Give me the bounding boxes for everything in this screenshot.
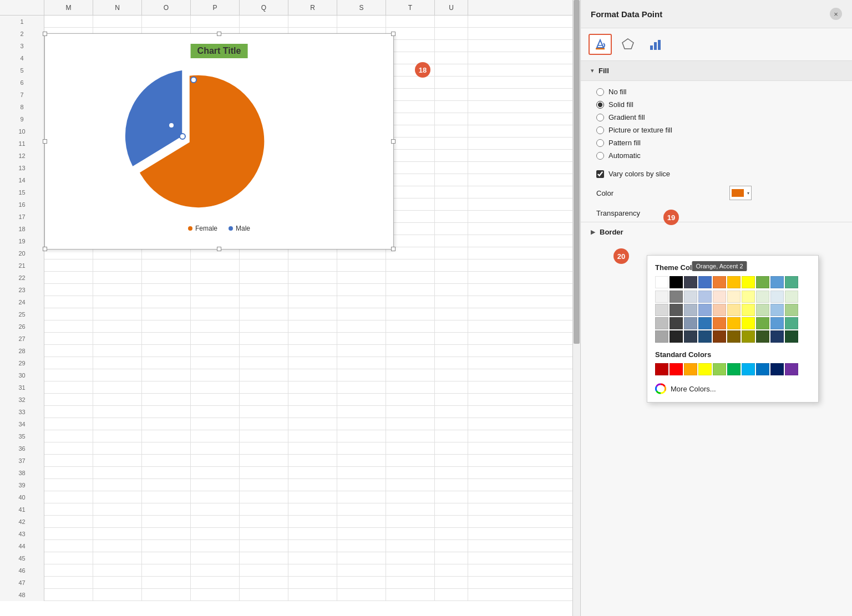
grid-cell[interactable] [240,259,288,272]
std-color-cyan[interactable] [742,363,755,375]
grid-cell[interactable] [288,552,337,564]
grid-cell[interactable] [44,308,93,320]
shade-cell[interactable] [713,291,726,303]
shade-cell[interactable] [698,317,712,329]
grid-cell[interactable] [142,528,191,540]
grid-cell[interactable] [337,577,386,589]
grid-cell[interactable] [337,259,386,272]
grid-cell[interactable] [337,455,386,467]
std-color-darkblue[interactable] [770,363,784,375]
grid-cell[interactable] [435,381,468,394]
grid-cell[interactable] [386,406,435,418]
grid-cell[interactable] [142,503,191,516]
shade-cell[interactable] [756,330,769,343]
grid-cell[interactable] [44,381,93,394]
shade-cell[interactable] [742,317,755,329]
shade-cell[interactable] [756,317,769,329]
grid-cell[interactable] [337,333,386,345]
vary-colors-row[interactable]: Vary colors by slice [581,166,852,181]
grid-cell[interactable] [435,540,468,552]
chart-title[interactable]: Chart Title [191,44,248,58]
grid-cell[interactable] [435,394,468,406]
grid-cell[interactable] [93,430,142,442]
grid-cell[interactable] [93,503,142,516]
shade-cell[interactable] [713,304,726,316]
grid-cell[interactable] [93,589,142,601]
grid-cell[interactable] [288,479,337,491]
grid-cell[interactable] [386,564,435,577]
grid-cell[interactable] [288,272,337,284]
grid-cell[interactable] [435,320,468,333]
grid-cell[interactable] [337,479,386,491]
grid-cell[interactable] [288,577,337,589]
grid-cell[interactable] [435,577,468,589]
picture-fill-radio[interactable] [596,126,604,134]
grid-cell[interactable] [93,455,142,467]
grid-cell[interactable] [44,345,93,357]
grid-cell[interactable] [240,333,288,345]
shade-cell[interactable] [655,317,668,329]
grid-cell[interactable] [435,503,468,516]
grid-row[interactable]: 34 [0,418,572,430]
grid-cell[interactable] [386,357,435,369]
grid-cell[interactable] [435,369,468,381]
grid-cell[interactable] [386,552,435,564]
pattern-fill-radio[interactable] [596,139,604,147]
std-color-lime[interactable] [713,363,726,375]
grid-cell[interactable] [435,52,468,64]
grid-cell[interactable] [142,455,191,467]
solid-fill-row[interactable]: Solid fill [596,100,836,109]
grid-cell[interactable] [435,186,468,198]
grid-cell[interactable] [93,333,142,345]
grid-cell[interactable] [191,345,240,357]
shade-cell[interactable] [670,317,683,329]
grid-cell[interactable] [435,16,468,28]
grid-cell[interactable] [142,564,191,577]
grid-cell[interactable] [93,540,142,552]
grid-cell[interactable] [191,259,240,272]
grid-cell[interactable] [44,430,93,442]
grid-cell[interactable] [191,430,240,442]
theme-color-darkgray[interactable] [684,276,697,288]
grid-cell[interactable] [142,394,191,406]
grid-cell[interactable] [337,491,386,503]
grid-cell[interactable] [240,406,288,418]
grid-cell[interactable] [191,528,240,540]
grid-cell[interactable] [191,479,240,491]
grid-cell[interactable] [435,406,468,418]
theme-color-green[interactable] [756,276,769,288]
grid-cell[interactable] [435,442,468,455]
grid-cell[interactable] [191,516,240,528]
grid-row[interactable]: 28 [0,345,572,357]
grid-cell[interactable] [44,394,93,406]
grid-cell[interactable] [191,296,240,308]
theme-color-orange[interactable]: Orange, Accent 2 [713,276,726,288]
grid-cell[interactable] [386,516,435,528]
solid-fill-radio[interactable] [596,101,604,109]
grid-cell[interactable] [240,479,288,491]
grid-cell[interactable] [93,491,142,503]
grid-cell[interactable] [240,516,288,528]
vertical-scrollbar[interactable] [572,0,580,616]
grid-row[interactable]: 47 [0,577,572,589]
handle-tl[interactable] [43,32,47,36]
grid-cell[interactable] [44,455,93,467]
grid-row[interactable]: 35 [0,430,572,442]
grid-cell[interactable] [435,491,468,503]
handle-mr[interactable] [391,139,395,144]
shade-cell[interactable] [785,291,798,303]
grid-cell[interactable] [337,369,386,381]
grid-cell[interactable] [435,40,468,52]
grid-cell[interactable] [142,16,191,28]
grid-cell[interactable] [337,430,386,442]
grid-cell[interactable] [191,16,240,28]
grid-cell[interactable] [337,381,386,394]
gradient-fill-row[interactable]: Gradient fill [596,113,836,121]
grid-cell[interactable] [288,455,337,467]
grid-cell[interactable] [191,394,240,406]
grid-cell[interactable] [93,418,142,430]
grid-row[interactable]: 21 [0,259,572,272]
grid-cell[interactable] [240,345,288,357]
grid-cell[interactable] [142,418,191,430]
grid-cell[interactable] [386,430,435,442]
